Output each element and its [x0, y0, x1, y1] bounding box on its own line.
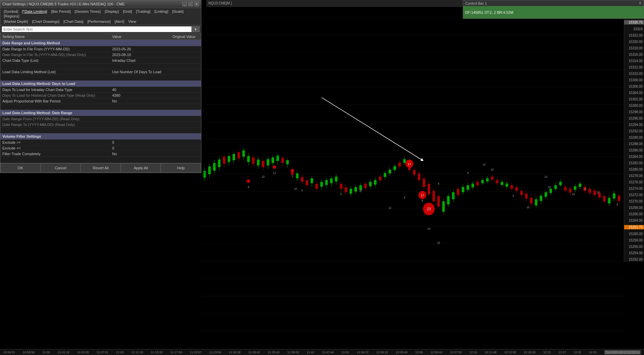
price-label: 15302.00 — [624, 97, 644, 101]
time-label: 12:07:50 — [450, 351, 462, 354]
svg-rect-53 — [281, 158, 284, 163]
menu-regions[interactable]: [Regions] — [2, 14, 21, 18]
minimize-button[interactable]: _ — [182, 2, 187, 6]
setting-value[interactable]: 40 — [110, 87, 170, 93]
svg-rect-69 — [320, 182, 323, 187]
setting-value[interactable]: Use Number Of Days To Load — [110, 69, 170, 75]
svg-text:9: 9 — [404, 196, 405, 199]
menu-scale[interactable]: [Scale] — [170, 9, 186, 14]
table-row[interactable]: Date Range In File From (YYYY-MM-DD) 202… — [0, 46, 201, 52]
col-header-name: Setting Name — [0, 34, 110, 40]
setting-value[interactable]: 2023-05-26 — [110, 46, 170, 52]
setting-value[interactable]: 0 — [110, 145, 170, 151]
price-label: 15310.00 — [624, 72, 644, 76]
svg-rect-83 — [354, 187, 357, 191]
control-bar-title-label: Control Bar 1 — [465, 1, 487, 5]
menu-bar-period[interactable]: [Bar Period] — [49, 9, 72, 14]
control-bar-close-icon[interactable]: ✕ — [639, 1, 642, 5]
price-label: 15254.00 — [624, 251, 644, 255]
svg-rect-55 — [286, 160, 289, 164]
svg-rect-41 — [252, 158, 255, 164]
svg-rect-165 — [540, 196, 542, 201]
svg-rect-143 — [486, 178, 489, 181]
search-dropdown-button[interactable]: ▼ — [192, 26, 200, 32]
menu-performance[interactable]: [Performance] — [85, 19, 112, 24]
price-label: 15268.00 — [624, 206, 644, 210]
table-row[interactable]: Adjust Proportional With Bar Period No — [0, 98, 201, 104]
dialog-menu: [Symbol] [*Data Limiting] [Bar Period] [… — [0, 8, 201, 25]
price-label: 15320.00 — [624, 40, 644, 44]
setting-value — [110, 116, 170, 122]
menu-display[interactable]: [Display] — [103, 9, 121, 14]
price-label-orange: 15261.75 — [624, 225, 644, 229]
apply-all-button[interactable]: Apply All — [121, 163, 161, 173]
menu-view[interactable]: View — [126, 19, 138, 24]
price-label: 15274.00 — [624, 187, 644, 190]
svg-rect-91 — [374, 180, 377, 184]
menu-chart-drawings[interactable]: [Chart Drawings] — [30, 19, 61, 24]
search-input[interactable] — [2, 26, 192, 32]
setting-value[interactable]: No — [110, 98, 170, 104]
maximize-button[interactable]: □ — [188, 2, 193, 6]
menu-linking[interactable]: [Linking] — [152, 9, 170, 14]
table-row[interactable]: Exclude >= 0 — [0, 140, 201, 145]
svg-rect-39 — [247, 156, 250, 162]
setting-original — [170, 98, 201, 104]
setting-value: 2023-08-10 — [110, 52, 170, 58]
time-label: 11:11:29 — [131, 351, 143, 354]
time-label: 11:53 — [342, 351, 349, 354]
price-label: 15270.00 — [624, 199, 644, 203]
menu-chart-data[interactable]: [Chart Data] — [61, 19, 85, 24]
setting-value[interactable]: Intraday Chart — [110, 58, 170, 63]
svg-text:12: 12 — [483, 163, 486, 166]
menu-grid[interactable]: [Grid] — [121, 9, 134, 14]
col-header-value: Value — [110, 34, 170, 40]
price-label: 15292.00 — [624, 129, 644, 133]
table-row[interactable]: Days To Load for Intraday Chart Data Typ… — [0, 87, 201, 93]
menu-trading[interactable]: [Trading] — [134, 9, 152, 14]
price-label: 15256.00 — [624, 245, 644, 249]
svg-text:9: 9 — [301, 189, 303, 192]
revert-all-button[interactable]: Revert All — [81, 163, 121, 173]
svg-rect-135 — [466, 185, 469, 190]
menu-session-times[interactable]: [Session Times] — [72, 9, 103, 14]
svg-rect-193 — [608, 198, 611, 204]
table-row[interactable]: Filter Trade Completely No — [0, 151, 201, 157]
svg-rect-185 — [588, 189, 591, 193]
price-label: 15308.00 — [624, 78, 644, 82]
close-button[interactable]: ✕ — [194, 2, 199, 6]
menu-symbol[interactable]: [Symbol] — [2, 9, 20, 14]
price-label: 15284.00 — [624, 155, 644, 159]
help-button[interactable]: Help — [161, 163, 201, 173]
menu-row-2: [Market Depth] [Chart Drawings] [Chart D… — [0, 19, 201, 24]
svg-text:16: 16 — [572, 192, 575, 195]
svg-rect-141 — [481, 180, 484, 183]
table-row[interactable]: Load Data Limiting Method (List) Use Num… — [0, 69, 201, 75]
price-label: 15290.00 — [624, 136, 644, 139]
time-label: 12:06 — [415, 351, 423, 354]
svg-text:9: 9 — [292, 175, 293, 177]
menu-market-depth[interactable]: [Market Depth] — [2, 19, 30, 24]
svg-rect-67 — [315, 184, 318, 189]
time-label: 11:54:22 — [357, 351, 368, 354]
time-label: 11:00 — [42, 351, 50, 354]
table-row: Date Range In File To (YYYY-MM-DD) (Read… — [0, 52, 201, 58]
svg-text:12: 12 — [548, 186, 551, 189]
table-row[interactable]: Chart Data Type (List) Intraday Chart — [0, 58, 201, 63]
setting-name: Exclude <= — [0, 145, 110, 151]
cancel-button[interactable]: Cancel — [41, 163, 81, 173]
price-label-highlight: 15326.75 — [624, 20, 644, 25]
table-row[interactable]: Exclude <= 0 — [0, 145, 201, 151]
svg-text:8: 8 — [422, 199, 423, 203]
svg-rect-167 — [545, 192, 547, 196]
setting-value[interactable]: No — [110, 151, 170, 157]
setting-value[interactable]: 0 — [110, 140, 170, 145]
settings-table-container[interactable]: Setting Name Value Original Value Date R… — [0, 34, 201, 163]
menu-data-limiting[interactable]: [*Data Limiting] — [20, 9, 49, 14]
price-label: 15260.00 — [624, 232, 644, 236]
ok-button[interactable]: OK — [0, 163, 41, 173]
menu-alert[interactable]: [Alert] — [112, 19, 126, 24]
svg-text:9: 9 — [248, 186, 249, 189]
svg-rect-63 — [306, 180, 308, 185]
control-bar: Control Bar 1 ✕ DF:145851 ST:2, 2 BR:4.5… — [463, 0, 644, 19]
